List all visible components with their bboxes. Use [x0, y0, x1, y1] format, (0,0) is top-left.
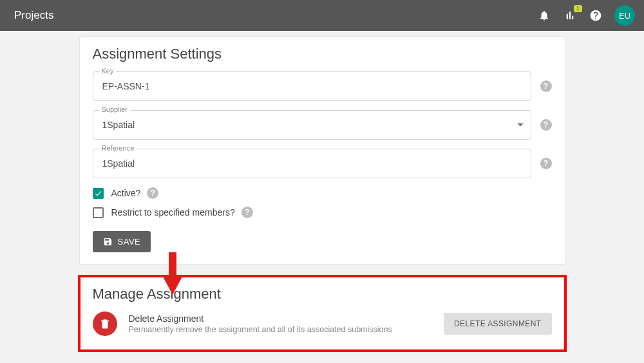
- reference-field-row: Reference ?: [93, 149, 552, 178]
- delete-assignment-button[interactable]: DELETE ASSIGNMENT: [444, 313, 552, 335]
- notifications-icon[interactable]: [537, 8, 551, 23]
- save-icon: [103, 237, 113, 247]
- reference-label: Reference: [99, 144, 137, 152]
- key-field-row: Key ?: [93, 71, 552, 101]
- badge-count: 1: [574, 5, 582, 12]
- manage-highlight-wrap: Manage Assignment Delete Assignment Perm…: [79, 276, 565, 351]
- reference-field: Reference: [93, 149, 531, 178]
- card-title-manage: Manage Assignment: [93, 286, 552, 302]
- trash-icon: [93, 312, 117, 336]
- key-field: Key: [93, 71, 531, 101]
- help-icon[interactable]: ?: [242, 207, 253, 218]
- help-icon[interactable]: ?: [540, 119, 552, 131]
- help-icon[interactable]: ?: [540, 80, 552, 92]
- help-icon[interactable]: ?: [540, 158, 552, 169]
- key-input[interactable]: [93, 71, 531, 101]
- active-checkbox-row: Active? ?: [93, 187, 552, 199]
- header-actions: 1 EU: [537, 5, 635, 26]
- delete-title: Delete Assignment: [129, 313, 444, 324]
- help-icon[interactable]: ?: [147, 187, 158, 199]
- key-label: Key: [99, 67, 117, 75]
- supplier-label: Supplier: [99, 106, 130, 113]
- restrict-checkbox-row: Restrict to specified members? ?: [93, 207, 552, 218]
- page-body: Assignment Settings Key ? Supplier ? Ref…: [0, 31, 644, 351]
- assignment-settings-card: Assignment Settings Key ? Supplier ? Ref…: [79, 36, 565, 265]
- manage-assignment-card: Manage Assignment Delete Assignment Perm…: [79, 276, 565, 351]
- reference-input[interactable]: [93, 149, 531, 178]
- avatar[interactable]: EU: [614, 5, 635, 26]
- analytics-icon[interactable]: 1: [563, 8, 577, 23]
- restrict-checkbox[interactable]: [93, 207, 104, 218]
- card-title-settings: Assignment Settings: [93, 46, 552, 62]
- delete-text-block: Delete Assignment Permanently remove the…: [129, 313, 444, 334]
- delete-row: Delete Assignment Permanently remove the…: [93, 312, 552, 336]
- supplier-select[interactable]: [93, 110, 531, 140]
- save-button-label: SAVE: [118, 237, 141, 247]
- active-checkbox[interactable]: [93, 188, 104, 199]
- active-label: Active?: [111, 188, 141, 198]
- supplier-field-row: Supplier ?: [93, 110, 552, 140]
- help-icon[interactable]: [589, 8, 603, 23]
- supplier-field: Supplier: [93, 110, 531, 140]
- restrict-label: Restrict to specified members?: [111, 207, 235, 218]
- delete-description: Permanently remove the assignment and al…: [129, 325, 444, 334]
- app-header: Projects 1 EU: [0, 0, 644, 31]
- save-button[interactable]: SAVE: [93, 231, 151, 252]
- page-title: Projects: [14, 9, 537, 22]
